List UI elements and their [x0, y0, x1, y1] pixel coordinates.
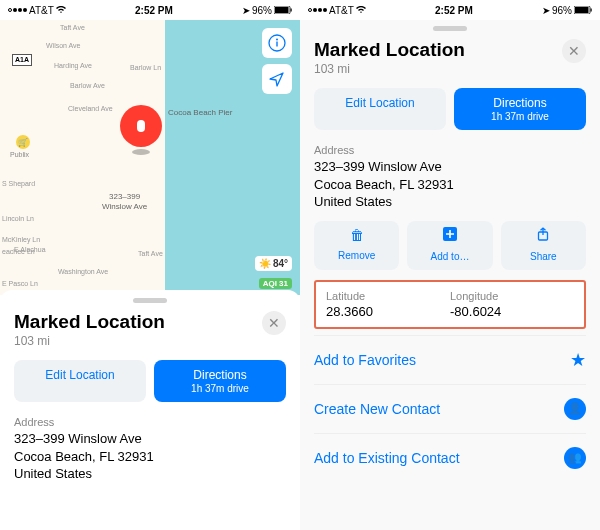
share-button[interactable]: Share [501, 221, 586, 270]
create-new-contact-row[interactable]: Create New Contact 👤 [314, 384, 586, 433]
left-phone: AT&T 2:52 PM ➤ 96% A1A 🛒 Publix Taft Ave… [0, 0, 300, 530]
svg-rect-8 [590, 8, 591, 11]
poi-publix-label: Publix [10, 151, 29, 158]
battery-icon [274, 5, 292, 16]
place-distance: 103 mi [314, 62, 465, 76]
svg-point-4 [276, 39, 278, 41]
grabber[interactable] [133, 298, 167, 303]
clock: 2:52 PM [135, 5, 173, 16]
clock: 2:52 PM [435, 5, 473, 16]
add-existing-contact-row[interactable]: Add to Existing Contact 👥 [314, 433, 586, 482]
address-label: Address [14, 416, 286, 428]
road-label: eachee Ln [2, 248, 35, 255]
add-to-button[interactable]: Add to… [407, 221, 492, 270]
directions-button[interactable]: Directions1h 37m drive [454, 88, 586, 130]
signal-icon [308, 8, 327, 12]
carrier: AT&T [29, 5, 54, 16]
share-icon [505, 227, 582, 244]
road-label: Barlow Ave [70, 82, 105, 89]
close-icon: ✕ [268, 315, 280, 331]
add-to-favorites-row[interactable]: Add to Favorites ★ [314, 335, 586, 384]
latitude-label: Latitude [326, 290, 450, 302]
map[interactable]: A1A 🛒 Publix Taft Ave Wilson Ave Harding… [0, 20, 300, 295]
trash-icon: 🗑 [318, 227, 395, 243]
weather-badge[interactable]: ☀️84° [255, 256, 292, 271]
contact-add-icon: 👤 [564, 398, 586, 420]
signal-icon [8, 8, 27, 12]
svg-rect-5 [276, 42, 277, 47]
road-label: Cleveland Ave [68, 105, 113, 112]
location-icon: ➤ [242, 5, 250, 16]
aqi-badge[interactable]: AQI 31 [259, 278, 292, 289]
longitude-value: -80.6024 [450, 304, 574, 319]
road-label: Lincoln Ln [2, 215, 34, 222]
place-distance: 103 mi [14, 334, 165, 348]
road-label: Taft Ave [138, 250, 163, 257]
place-title: Marked Location [14, 311, 165, 333]
pin-address-label: 323–399 Winslow Ave [102, 192, 147, 211]
close-icon: ✕ [568, 43, 580, 59]
battery-pct: 96% [252, 5, 272, 16]
battery-icon [574, 5, 592, 16]
road-label: Harding Ave [54, 62, 92, 69]
contact-merge-icon: 👥 [564, 447, 586, 469]
poi-publix-icon[interactable]: 🛒 [16, 135, 30, 149]
address-label: Address [314, 144, 586, 156]
svg-rect-7 [575, 7, 589, 13]
place-title: Marked Location [314, 39, 465, 61]
road-label: McKinley Ln [2, 236, 40, 243]
latitude-value: 28.3660 [326, 304, 450, 319]
wifi-icon [56, 5, 66, 16]
wifi-icon [356, 5, 366, 16]
status-bar: AT&T 2:52 PM ➤ 96% [300, 0, 600, 20]
star-icon: ★ [570, 349, 586, 371]
marked-pin[interactable] [120, 105, 162, 147]
locate-button[interactable] [262, 64, 292, 94]
edit-location-button[interactable]: Edit Location [14, 360, 146, 402]
longitude-label: Longitude [450, 290, 574, 302]
coordinates-box: Latitude 28.3660 Longitude -80.6024 [314, 280, 586, 329]
pin-icon [120, 105, 162, 147]
plus-icon [411, 227, 488, 244]
sun-icon: ☀️ [259, 258, 271, 269]
road-label: Barlow Ln [130, 64, 161, 71]
address-text: 323–399 Winslow Ave Cocoa Beach, FL 3293… [314, 158, 586, 211]
edit-location-button[interactable]: Edit Location [314, 88, 446, 130]
road-label: Taft Ave [60, 24, 85, 31]
battery-pct: 96% [552, 5, 572, 16]
road-label: Washington Ave [58, 268, 108, 275]
place-card[interactable]: Marked Location 103 mi ✕ Edit Location D… [0, 290, 300, 530]
svg-rect-2 [290, 8, 291, 11]
directions-button[interactable]: Directions1h 37m drive [154, 360, 286, 402]
pier-label: Cocoa Beach Pier [168, 108, 232, 117]
right-phone: AT&T 2:52 PM ➤ 96% Marked Location 103 m… [300, 0, 600, 530]
location-icon: ➤ [542, 5, 550, 16]
svg-rect-1 [275, 7, 289, 13]
road-label: Wilson Ave [46, 42, 81, 49]
address-text: 323–399 Winslow Ave Cocoa Beach, FL 3293… [14, 430, 286, 483]
status-bar: AT&T 2:52 PM ➤ 96% [0, 0, 300, 20]
close-button[interactable]: ✕ [262, 311, 286, 335]
carrier: AT&T [329, 5, 354, 16]
grabber[interactable] [433, 26, 467, 31]
road-label: S Shepard [2, 180, 35, 187]
route-badge: A1A [12, 54, 32, 66]
road-label: E Pasco Ln [2, 280, 38, 287]
place-card-expanded[interactable]: Marked Location 103 mi ✕ Edit Location D… [300, 20, 600, 530]
close-button[interactable]: ✕ [562, 39, 586, 63]
info-button[interactable] [262, 28, 292, 58]
remove-button[interactable]: 🗑Remove [314, 221, 399, 270]
